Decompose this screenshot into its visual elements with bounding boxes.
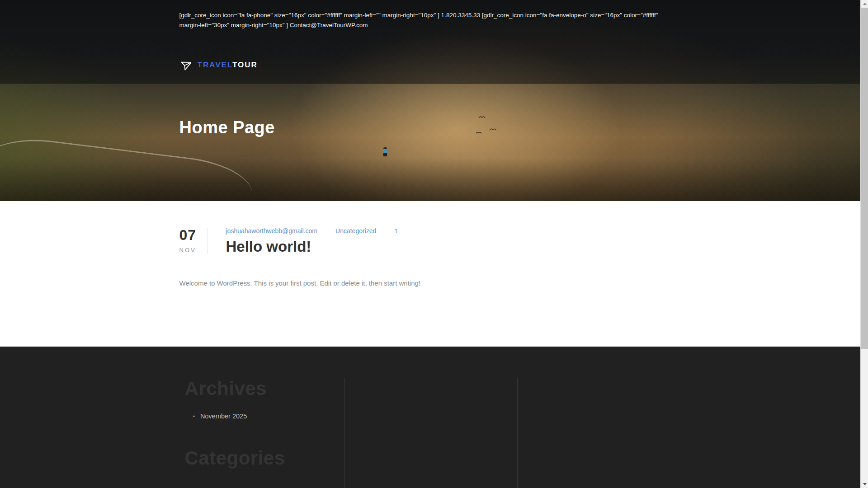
footer: Archives • November 2025 Categories xyxy=(0,347,860,488)
hero-banner: [gdlr_core_icon icon="fa fa-phone" size=… xyxy=(0,0,860,201)
topbar-line-2: margin-left="30px" margin-right="10px" ]… xyxy=(179,20,681,30)
blog-section: 07 NOV joshuahaworthwebb@gmail.com Uncat… xyxy=(0,201,860,347)
date-divider xyxy=(208,228,208,254)
post-main: joshuahaworthwebb@gmail.com Uncategorize… xyxy=(226,227,398,255)
site-logo[interactable]: TRAVELTOUR xyxy=(179,59,258,71)
list-item: • November 2025 xyxy=(185,413,344,420)
categories-widget-title: Categories xyxy=(185,448,344,469)
post-header-row: 07 NOV joshuahaworthwebb@gmail.com Uncat… xyxy=(179,201,681,255)
footer-widget-column-2 xyxy=(344,378,517,488)
archives-widget-title: Archives xyxy=(185,378,344,399)
logo-text-secondary: TOUR xyxy=(232,61,258,69)
scrollbar[interactable] xyxy=(860,0,868,488)
site-logo-text: TRAVELTOUR xyxy=(198,61,258,70)
arrow-up-icon xyxy=(863,3,867,5)
post-author-link[interactable]: joshuahaworthwebb@gmail.com xyxy=(226,227,318,235)
archive-link-november-2025[interactable]: November 2025 xyxy=(200,413,247,420)
arrow-down-icon xyxy=(863,483,867,485)
footer-columns: Archives • November 2025 Categories xyxy=(179,347,681,488)
post-excerpt: Welcome to WordPress. This is your first… xyxy=(179,278,681,289)
footer-widget-column-1: Archives • November 2025 Categories xyxy=(179,378,344,488)
logo-text-primary: TRAVEL xyxy=(198,61,232,69)
archives-list: • November 2025 xyxy=(185,413,344,420)
scrollbar-up-button[interactable] xyxy=(861,0,868,8)
page: [gdlr_core_icon icon="fa fa-phone" size=… xyxy=(0,0,860,488)
scrollbar-down-button[interactable] xyxy=(861,480,868,488)
post-meta: joshuahaworthwebb@gmail.com Uncategorize… xyxy=(226,227,398,235)
footer-widget-column-3 xyxy=(517,378,681,488)
topbar-line-1: [gdlr_core_icon icon="fa fa-phone" size=… xyxy=(179,10,681,20)
runner-figure xyxy=(383,147,387,156)
scrollbar-thumb[interactable] xyxy=(861,8,868,349)
post-date-day: 07 xyxy=(179,227,208,243)
topbar-shortcode-text: [gdlr_core_icon icon="fa fa-phone" size=… xyxy=(179,0,681,30)
page-title: Home Page xyxy=(179,118,681,137)
post-category-link[interactable]: Uncategorized xyxy=(335,227,376,235)
bullet-dot: • xyxy=(193,413,195,420)
post-comments-link[interactable]: 1 xyxy=(394,227,398,235)
post-date-month: NOV xyxy=(179,247,208,253)
post-date: 07 NOV xyxy=(179,227,208,255)
plane-icon xyxy=(179,59,191,71)
guardrail-shape xyxy=(0,133,256,201)
post-title[interactable]: Hello world! xyxy=(226,238,398,255)
